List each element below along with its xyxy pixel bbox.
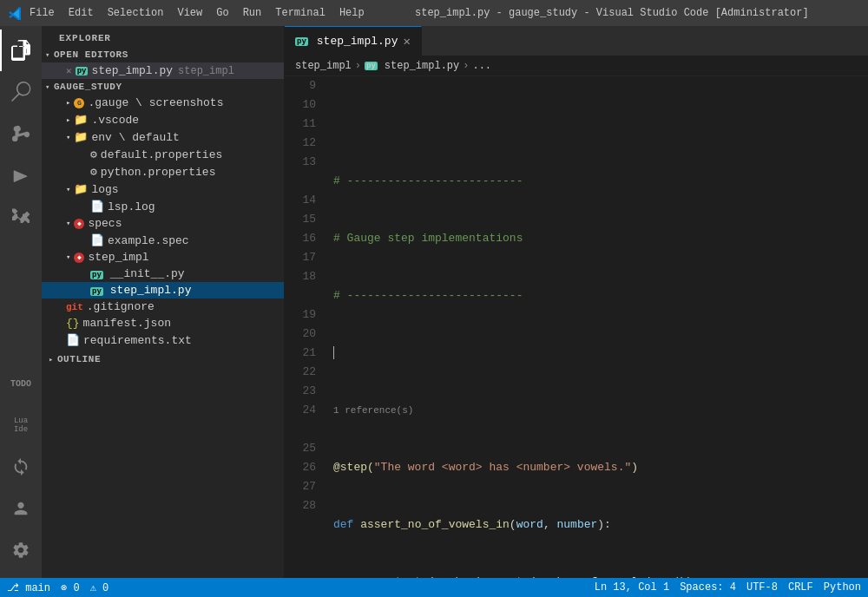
breadcrumb-part1[interactable]: step_impl [295,60,352,72]
status-encoding[interactable]: UTF-8 [746,581,778,594]
activity-search[interactable] [0,71,42,113]
example-spec-label: example.spec [108,234,189,247]
status-language[interactable]: Python [824,581,861,594]
step-impl-folder-label: step_impl [88,251,148,264]
editor-area: py step_impl.py ✕ step_impl › py step_im… [285,26,868,578]
tab-close-button[interactable]: ✕ [403,34,410,49]
env-folder-chevron [66,133,70,142]
step-impl-folder-icon: ◆ [74,253,84,263]
status-errors[interactable]: ⊗ 0 [61,581,80,594]
code-line-11: # Gauge step implementations [333,229,868,248]
status-line-ending[interactable]: CRLF [788,581,813,594]
sidebar-item-default-props[interactable]: ⚙ default.properties [42,146,284,163]
code-line-14: @step("The word <word> has <number> vowe… [333,458,868,477]
activity-lua-ide[interactable]: LuaIde [0,404,42,446]
step-impl-py-icon: py [90,284,107,297]
status-branch[interactable]: ⎇ main [7,581,50,594]
sidebar-item-env[interactable]: 📁 env \ default [42,128,284,146]
sidebar-item-vscode[interactable]: 📁 .vscode [42,111,284,128]
status-right: Ln 13, Col 1 Spaces: 4 UTF-8 CRLF Python [595,581,861,594]
activity-extensions[interactable] [0,196,42,238]
python-props-icon: ⚙ [90,165,97,179]
sidebar-item-example-spec[interactable]: 📄 example.spec [42,232,284,249]
lsp-log-label: lsp.log [108,200,155,213]
activity-todo[interactable]: TODO [0,363,42,404]
breadcrumb-part3: ... [472,60,491,72]
gauge-study-chevron [45,82,50,92]
activity-bar: TODO LuaIde [0,26,42,578]
sidebar-item-logs[interactable]: 📁 logs [42,180,284,198]
tab-py-icon: py [295,37,308,46]
vscode-folder-icon: 📁 [74,113,88,127]
code-editor[interactable]: 9 10 11 12 13 14 15 16 17 18 19 20 21 22… [285,76,868,578]
lsp-log-icon: 📄 [90,200,104,213]
sidebar-title: EXPLORER [42,26,284,47]
vscode-folder-chevron [66,115,70,125]
activity-settings[interactable] [0,529,42,571]
menu-view[interactable]: View [177,7,202,19]
menu-go[interactable]: Go [216,7,228,19]
gauge-folder-label: .gauge \ screenshots [88,96,223,109]
code-line-9 [333,115,868,134]
ref-info-1: 1 reference(s) [333,401,868,420]
gauge-study-label: GAUGE_STUDY [54,82,122,92]
open-editors-section[interactable]: OPEN EDITORS [42,47,284,62]
menu-terminal[interactable]: Terminal [275,7,326,19]
sidebar-item-specs[interactable]: ◆ specs [42,215,284,232]
main-layout: TODO LuaIde EXPLORER OPEN EDITORS ✕ py s… [0,26,868,578]
logs-folder-chevron [66,185,70,194]
step-impl-folder-chevron [66,253,70,262]
breadcrumb-py-icon: py [365,62,378,70]
menu-edit[interactable]: Edit [69,7,94,19]
menu-run[interactable]: Run [243,7,262,19]
git-icon: git [66,302,83,312]
sidebar-item-step-impl-py[interactable]: py step_impl.py [42,282,284,298]
close-file-icon[interactable]: ✕ [66,65,72,76]
sidebar-item-init-py[interactable]: py __init__.py [42,266,284,282]
spec-file-icon: 📄 [90,233,104,247]
activity-source-control[interactable] [0,113,42,154]
code-line-13 [333,344,868,363]
line-numbers: 9 10 11 12 13 14 15 16 17 18 19 20 21 22… [285,76,326,578]
menu-help[interactable]: Help [339,7,365,19]
open-editors-label: OPEN EDITORS [54,49,128,60]
tab-step-impl-py[interactable]: py step_impl.py ✕ [285,26,422,56]
open-editor-name: step_impl.py [91,64,173,77]
tab-bar: py step_impl.py ✕ [285,26,868,56]
status-spaces[interactable]: Spaces: 4 [680,581,736,594]
breadcrumb-sep1: › [355,60,361,72]
code-content: # -------------------------- # Gauge ste… [326,76,868,578]
status-warnings[interactable]: ⚠ 0 [90,581,109,594]
menu-bar[interactable]: File Edit Selection View Go Run Terminal… [30,7,365,19]
outline-chevron [49,355,54,364]
outline-section[interactable]: OUTLINE [42,349,284,368]
activity-run[interactable] [0,154,42,196]
breadcrumb-part2[interactable]: step_impl.py [385,60,459,72]
default-props-icon: ⚙ [90,148,97,161]
breadcrumb: step_impl › py step_impl.py › ... [285,56,868,76]
sidebar-item-manifest-json[interactable]: {} manifest.json [42,315,284,331]
sidebar-item-gauge[interactable]: G .gauge \ screenshots [42,95,284,111]
status-cursor[interactable]: Ln 13, Col 1 [595,581,669,594]
txt-icon: 📄 [66,333,80,347]
sidebar-item-requirements-txt[interactable]: 📄 requirements.txt [42,331,284,349]
open-editor-path: step_impl [178,65,234,77]
open-editor-step-impl[interactable]: ✕ py step_impl.py step_impl [42,62,284,79]
menu-file[interactable]: File [30,7,55,19]
tab-label: step_impl.py [317,35,398,48]
gauge-study-section[interactable]: GAUGE_STUDY [42,79,284,95]
activity-sync[interactable] [0,446,42,488]
sidebar-item-gitignore[interactable]: git .gitignore [42,298,284,315]
activity-explorer[interactable] [0,30,42,71]
sidebar-item-lsp-log[interactable]: 📄 lsp.log [42,198,284,215]
activity-bar-bottom: TODO LuaIde [0,363,42,578]
logs-folder-icon: 📁 [74,182,88,196]
env-folder-label: env \ default [91,131,179,144]
activity-account[interactable] [0,488,42,529]
env-folder-icon: 📁 [74,130,88,144]
code-line-12: # -------------------------- [333,286,868,305]
sidebar-item-python-props[interactable]: ⚙ python.properties [42,163,284,180]
menu-selection[interactable]: Selection [108,7,164,19]
sidebar-item-step-impl-folder[interactable]: ◆ step_impl [42,249,284,266]
specs-folder-label: specs [88,217,122,230]
